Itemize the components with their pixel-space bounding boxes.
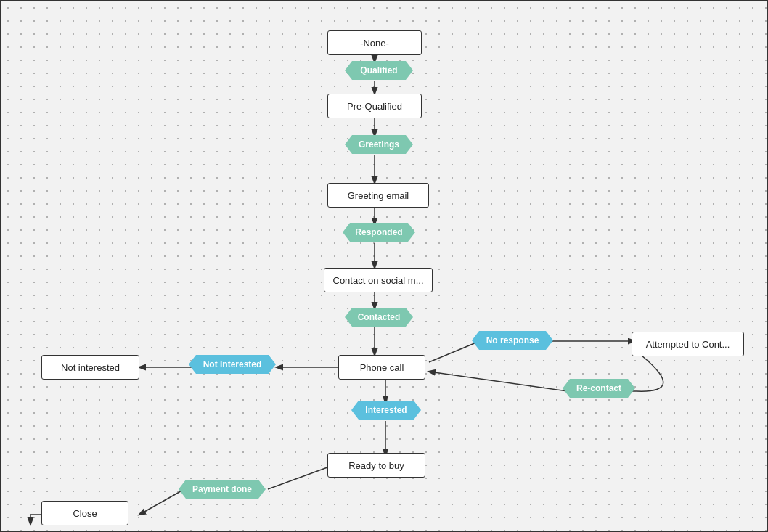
- label-no-response[interactable]: No response: [472, 331, 553, 350]
- node-ready-to-buy[interactable]: Ready to buy: [327, 453, 425, 478]
- node-contact-social[interactable]: Contact on social m...: [324, 268, 433, 292]
- svg-line-16: [268, 467, 327, 489]
- label-not-interested[interactable]: Not Interested: [189, 355, 276, 374]
- label-payment-done[interactable]: Payment done: [179, 480, 266, 499]
- node-phone-call[interactable]: Phone call: [338, 355, 425, 380]
- flow-canvas: -None- Pre-Qualified Greeting email Cont…: [0, 0, 768, 532]
- label-interested[interactable]: Interested: [351, 401, 421, 420]
- svg-line-17: [139, 489, 184, 515]
- label-recontact[interactable]: Re-contact: [563, 379, 635, 398]
- label-greetings[interactable]: Greetings: [345, 135, 413, 154]
- node-close[interactable]: Close: [41, 501, 128, 525]
- node-none[interactable]: -None-: [327, 30, 422, 55]
- node-prequalified[interactable]: Pre-Qualified: [327, 94, 422, 118]
- node-not-interested[interactable]: Not interested: [41, 355, 139, 380]
- label-contacted[interactable]: Contacted: [345, 308, 413, 327]
- node-greeting-email[interactable]: Greeting email: [327, 183, 429, 208]
- svg-line-10: [429, 343, 476, 362]
- label-responded[interactable]: Responded: [343, 223, 415, 242]
- svg-line-13: [429, 372, 568, 391]
- label-qualified[interactable]: Qualified: [345, 61, 413, 80]
- node-attempted[interactable]: Attempted to Cont...: [632, 332, 744, 356]
